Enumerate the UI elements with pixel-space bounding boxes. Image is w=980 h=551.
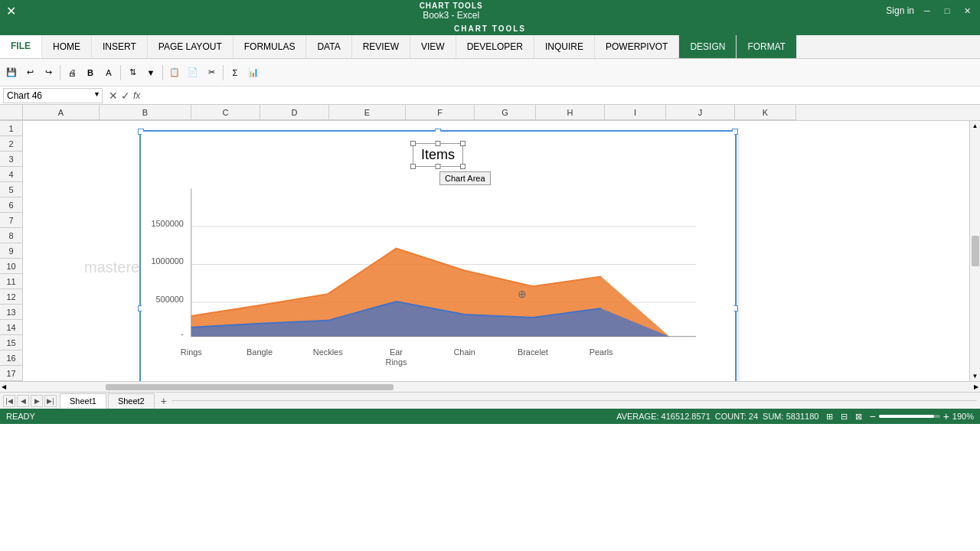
sheet-tab-sheet2[interactable]: Sheet2 [108,393,155,409]
insert-func-button[interactable]: Σ [227,64,243,81]
tab-insert[interactable]: INSERT [92,35,148,58]
row-header-10[interactable]: 10 [0,259,23,274]
sheet-nav-prev[interactable]: ◀ [17,395,29,407]
col-header-e[interactable]: E [329,105,406,120]
title-handle-br[interactable] [460,164,466,169]
scroll-thumb-h[interactable] [106,384,394,390]
tab-page-layout[interactable]: PAGE LAYOUT [148,35,234,58]
page-layout-view-button[interactable]: ⊟ [838,410,850,422]
title-handle-tl[interactable] [410,141,416,146]
name-box[interactable]: Chart 46 ▼ [3,88,103,103]
title-handle-tr[interactable] [460,141,466,146]
print-button[interactable]: 🖨 [64,64,80,81]
filter-button[interactable]: ▼ [142,64,159,81]
svg-text:1000000: 1000000 [151,256,183,266]
tab-data[interactable]: DATA [306,35,351,58]
insert-function-icon[interactable]: fx [133,90,140,101]
row-header-3[interactable]: 3 [0,152,23,167]
tab-file[interactable]: FILE [0,35,42,58]
row-header-7[interactable]: 7 [0,213,23,228]
row-header-17[interactable]: 17 [0,366,23,381]
col-header-i[interactable]: I [605,105,666,120]
name-box-dropdown[interactable]: ▼ [93,90,100,98]
title-handle-tm[interactable] [435,141,440,146]
title-handle-bl[interactable] [410,164,416,169]
redo-button[interactable]: ↪ [40,64,57,81]
zoom-bar[interactable] [879,415,940,418]
row-header-6[interactable]: 6 [0,197,23,213]
minimize-button[interactable]: ─ [920,4,934,18]
scroll-right-button[interactable]: ▶ [974,383,978,390]
chart-tools-header: CHART TOOLS [0,21,980,35]
sort-button[interactable]: ⇅ [124,64,141,81]
bold-button[interactable]: B [82,64,99,81]
undo-button[interactable]: ↩ [21,64,38,81]
scroll-left-button[interactable]: ◀ [2,383,6,390]
scroll-up-button[interactable]: ▲ [972,122,978,129]
row-header-1[interactable]: 1 [0,121,23,136]
row-headers: 1 2 3 4 5 6 7 8 9 10 11 12 13 14 15 16 1… [0,121,23,381]
add-sheet-button[interactable]: + [156,393,172,409]
col-header-h[interactable]: H [536,105,605,120]
svg-text:-: - [181,329,184,338]
save-button[interactable]: 💾 [3,64,20,81]
format-button[interactable]: A [100,64,117,81]
zoom-in-button[interactable]: + [943,410,949,422]
tab-format[interactable]: FORMAT [737,35,797,58]
confirm-formula-icon[interactable]: ✓ [121,90,130,102]
spreadsheet-grid[interactable]: masterexcelaz@gmail.com [23,121,969,381]
tab-inquire[interactable]: INQUIRE [534,35,595,58]
chart-area[interactable]: Items Chart Area - 500000 1000000 150000… [139,130,737,381]
col-header-a[interactable]: A [23,105,100,120]
page-break-view-button[interactable]: ⊠ [852,410,864,422]
row-header-14[interactable]: 14 [0,320,23,335]
close-button[interactable]: ✕ [960,4,974,18]
tab-review[interactable]: REVIEW [352,35,410,58]
col-header-c[interactable]: C [191,105,260,120]
sheet-nav-first[interactable]: |◀ [3,395,15,407]
chart-title[interactable]: Items [413,143,463,167]
formula-input[interactable] [146,88,977,103]
tab-formulas[interactable]: FORMULAS [234,35,307,58]
row-header-4[interactable]: 4 [0,167,23,182]
row-header-2[interactable]: 2 [0,136,23,152]
row-header-9[interactable]: 9 [0,243,23,259]
sheet-nav-next[interactable]: ▶ [31,395,43,407]
sheet2-label: Sheet2 [118,396,145,406]
paste-button[interactable]: 📋 [166,64,183,81]
title-handle-bm[interactable] [435,164,440,169]
tab-home[interactable]: HOME [42,35,92,58]
tab-view[interactable]: VIEW [410,35,456,58]
row-header-13[interactable]: 13 [0,305,23,320]
col-header-f[interactable]: F [406,105,475,120]
scroll-thumb-v[interactable] [972,236,979,266]
cancel-formula-icon[interactable]: ✕ [109,90,118,102]
chart-button[interactable]: 📊 [245,64,262,81]
row-header-8[interactable]: 8 [0,228,23,243]
copy-button[interactable]: 📄 [185,64,201,81]
horizontal-scrollbar[interactable]: ◀ ▶ [0,381,980,392]
maximize-button[interactable]: □ [940,4,954,18]
sign-in-button[interactable]: Sign in [886,5,914,16]
zoom-out-button[interactable]: − [869,410,875,422]
tab-developer[interactable]: DEVELOPER [456,35,534,58]
col-header-k[interactable]: K [735,105,796,120]
col-header-g[interactable]: G [475,105,536,120]
col-header-b[interactable]: B [100,105,191,120]
cut-button[interactable]: ✂ [203,64,220,81]
scroll-down-button[interactable]: ▼ [972,373,978,380]
col-header-d[interactable]: D [260,105,329,120]
tab-powerpivot[interactable]: POWERPIVOT [595,35,679,58]
row-header-12[interactable]: 12 [0,289,23,305]
row-header-11[interactable]: 11 [0,274,23,289]
row-header-5[interactable]: 5 [0,182,23,197]
sheet-tab-sheet1[interactable]: Sheet1 [60,393,106,409]
vertical-scrollbar[interactable]: ▲ ▼ [969,121,980,381]
normal-view-button[interactable]: ⊞ [823,410,835,422]
sheet-nav-last[interactable]: ▶| [44,395,57,407]
row-header-15[interactable]: 15 [0,335,23,350]
col-header-j[interactable]: J [666,105,735,120]
row-header-16[interactable]: 16 [0,350,23,366]
tab-design[interactable]: DESIGN [679,35,737,58]
svg-text:Ear: Ear [390,347,403,357]
